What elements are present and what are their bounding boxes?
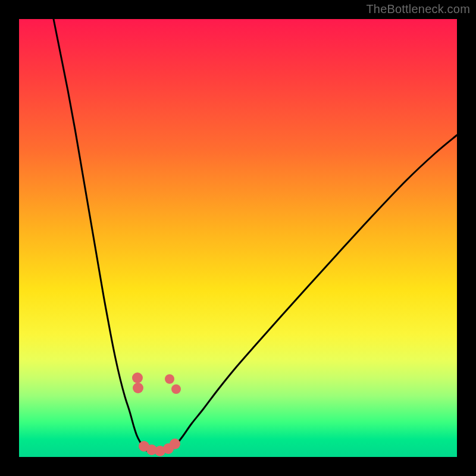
chart-plot-area [19,19,457,457]
dot-bottom-5 [170,439,180,449]
watermark-text: TheBottleneck.com [366,2,470,16]
chart-svg [19,19,457,457]
dot-left-lower [133,383,143,393]
chart-frame: TheBottleneck.com [0,0,476,476]
dot-left-upper [132,372,143,383]
dot-right-upper [165,374,174,384]
curve-right-curve [169,135,457,452]
dot-right-mid [171,384,181,394]
